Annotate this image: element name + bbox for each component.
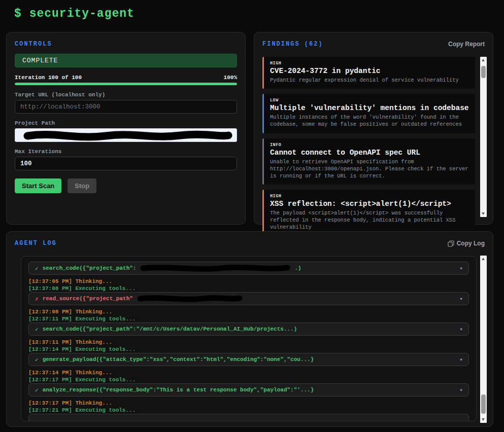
cross-icon: ✗ [35,296,39,302]
chevron-down-icon[interactable]: ▼ [460,388,462,392]
tool-call-text: generate_payload({"attack_type":"xss","c… [43,356,314,363]
log-tool-call[interactable]: ✗ read_source({"project_path" ▼ [28,292,469,305]
finding-title: XSS reflection: <script>alert(1)</script… [270,200,469,208]
tool-call-text: search_code({"project_path":"/mnt/c/User… [43,326,297,332]
app-root: $ security-agent CONTROLS COMPLETE Itera… [0,0,504,432]
log-line: [12:37:14 PM] Executing tools... [28,346,469,353]
log-line: [12:37:11 PM] Executing tools... [28,315,469,322]
check-icon: ✓ [35,265,39,272]
log-scrollbar[interactable] [480,256,487,423]
findings-scrollbar[interactable] [480,57,487,217]
finding-card[interactable]: INFO Cannot connect to OpenAPI spec URL … [262,138,475,185]
scroll-down-arrow-icon[interactable] [480,416,487,423]
project-path-label: Project Path [15,120,237,126]
scrollbar-thumb[interactable] [481,394,486,414]
log-line: [12:37:11 PM] Thinking... [28,339,469,346]
scroll-up-arrow-icon[interactable] [480,256,487,263]
finding-description: Unable to retrieve OpenAPI specification… [270,158,469,180]
finding-description: Multiple instances of the word 'vulnerab… [270,114,469,128]
log-tool-call[interactable] [28,414,469,421]
copy-icon [448,240,454,247]
redaction-scribble [139,264,291,272]
project-path-input[interactable] [15,128,237,142]
max-iterations-label: Max Iterations [15,149,237,155]
agent-log-panel: AGENT LOG Copy Log ✓ search_code({"proje… [6,231,493,427]
log-tool-call[interactable]: ✓ generate_payload({"attack_type":"xss",… [28,353,469,366]
severity-badge: HIGH [270,194,469,199]
log-line: [12:37:17 PM] Thinking... [28,400,469,407]
app-title-text: security-agent [29,7,135,20]
iteration-label: Iteration 100 of 100 [15,75,82,81]
log-tool-call[interactable]: ✓ analyze_response({"response_body":"Thi… [28,383,469,397]
findings-panel-title: FINDINGS (62) [262,41,323,48]
finding-title: CVE-2024-3772 in pydantic [270,67,469,75]
check-icon: ✓ [35,326,39,333]
findings-panel: FINDINGS (62) Copy Report HIGH CVE-2024-… [254,32,493,225]
check-icon: ✓ [35,387,39,393]
progress-bar [15,83,237,85]
tool-call-text: analyze_response({"response_body":"This … [43,387,314,393]
finding-card[interactable]: HIGH CVE-2024-3772 in pydantic Pydantic … [262,57,475,89]
tool-call-text: .) [294,265,301,271]
log-line: [12:37:17 PM] Executing tools... [28,376,469,383]
log-line: [12:37:05 PM] Thinking... [28,278,469,285]
log-tool-call[interactable]: ✓ search_code({"project_path":"/mnt/c/Us… [28,322,469,336]
tool-call-text: read_source({"project_path" [43,296,133,302]
finding-card[interactable]: LOW Multiple 'vulnerability' mentions in… [262,94,475,133]
scrollbar-thumb[interactable] [481,66,486,78]
chevron-down-icon[interactable]: ▼ [460,266,462,271]
log-line: [12:37:08 PM] Thinking... [28,308,469,315]
chevron-down-icon[interactable]: ▼ [460,327,462,332]
log-line: [12:37:14 PM] Thinking... [28,369,469,376]
finding-title: Multiple 'vulnerability' mentions in cod… [270,104,469,112]
agent-log-panel-title: AGENT LOG [15,240,57,247]
log-line: [12:37:08 PM] Executing tools... [28,285,469,292]
severity-badge: INFO [270,142,469,148]
app-title: $ security-agent [14,7,135,20]
finding-description: Pydantic regular expression denial of se… [270,77,469,84]
copy-report-button[interactable]: Copy Report [448,41,485,48]
controls-panel-title: CONTROLS [15,41,237,48]
start-scan-button[interactable]: Start Scan [15,178,61,193]
scroll-down-arrow-icon[interactable] [480,210,487,217]
target-url-label: Target URL (localhost only) [15,92,237,98]
redaction-scribble [136,295,244,303]
finding-title: Cannot connect to OpenAPI spec URL [270,149,469,157]
copy-log-label: Copy Log [457,240,485,247]
progress-percent: 100% [224,75,237,81]
finding-description: The payload <script>alert(1)</script> wa… [270,209,469,231]
severity-badge: HIGH [270,61,469,66]
redaction-scribble [19,130,234,141]
max-iterations-input[interactable] [15,157,237,170]
check-icon: ✓ [35,356,39,363]
progress-bar-fill [15,83,237,85]
chevron-down-icon[interactable]: ▼ [460,297,462,301]
log-line: [12:37:21 PM] Executing tools... [28,407,469,414]
severity-badge: LOW [270,98,469,103]
log-tool-call[interactable]: ✓ search_code({"project_path": .) ▼ [28,262,469,275]
finding-card[interactable]: HIGH XSS reflection: <script>alert(1)</s… [262,190,475,236]
findings-list: HIGH CVE-2024-3772 in pydantic Pydantic … [262,57,475,236]
tool-call-text: search_code({"project_path": [43,265,137,271]
controls-panel: CONTROLS COMPLETE Iteration 100 of 100 1… [6,32,246,225]
copy-log-button[interactable]: Copy Log [448,240,485,247]
chevron-down-icon[interactable]: ▼ [460,357,462,362]
stop-button[interactable]: Stop [68,178,96,193]
scroll-up-arrow-icon[interactable] [480,57,487,64]
status-banner: COMPLETE [15,54,237,67]
agent-log-list: ✓ search_code({"project_path": .) ▼ [12:… [21,256,477,421]
prompt-symbol: $ [14,7,22,20]
target-url-input[interactable] [15,100,237,114]
